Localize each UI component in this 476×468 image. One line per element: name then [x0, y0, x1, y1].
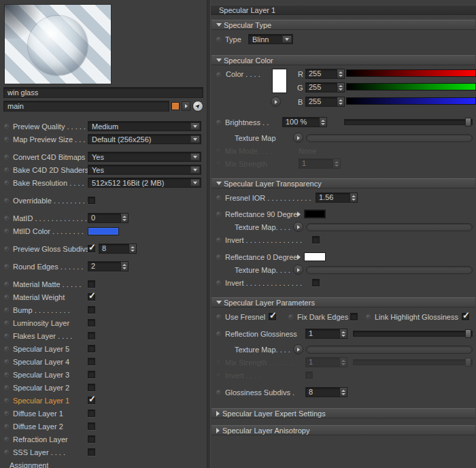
specular-color-swatch[interactable] — [272, 69, 287, 93]
spinner-arrows[interactable] — [339, 329, 347, 338]
nav-picker-button[interactable]: ➤ — [192, 101, 203, 112]
keyframe-dot-icon[interactable] — [4, 372, 9, 377]
spinner-arrows[interactable] — [337, 83, 344, 92]
preview-gloss-subdivs-checkbox[interactable] — [88, 245, 95, 252]
layer-checkbox[interactable] — [88, 319, 95, 327]
layer-row-specular-5[interactable]: Specular Layer 5 — [0, 342, 207, 355]
layer-row-specular-2[interactable]: Specular Layer 2 — [0, 381, 207, 394]
overridable-checkbox[interactable] — [88, 197, 95, 204]
fix-dark-edges-checkbox[interactable] — [350, 313, 358, 320]
red-gradient-slider[interactable] — [346, 69, 476, 77]
bake-resolution-dropdown[interactable]: 512x512 16Bit (2 MB) — [88, 178, 201, 188]
layer-checkbox[interactable] — [88, 332, 95, 339]
layer-checkbox[interactable] — [88, 345, 95, 352]
spinner-arrows[interactable] — [350, 193, 357, 202]
blue-gradient-slider[interactable] — [346, 97, 476, 105]
layer-checkbox[interactable] — [88, 435, 95, 443]
spinner-down-icon[interactable] — [341, 335, 345, 337]
keyframe-dot-icon[interactable] — [216, 120, 221, 124]
texture-map-field[interactable] — [306, 346, 473, 354]
layer-checkbox[interactable] — [88, 384, 95, 391]
layer-row-specular-1[interactable]: Specular Layer 1 — [0, 394, 207, 407]
keyframe-dot-icon[interactable] — [288, 314, 293, 319]
brightness-spinner[interactable]: 100 % — [282, 117, 327, 127]
slider-handle[interactable] — [465, 329, 471, 338]
spinner-arrows[interactable] — [337, 69, 344, 78]
layer-checkbox[interactable] — [88, 371, 95, 378]
preview-gloss-subdivs-spinner[interactable]: 8 — [99, 244, 137, 254]
layer-row-specular-4[interactable]: Specular Layer 4 — [0, 355, 207, 368]
layer-row-material-matte[interactable]: Material Matte . . . . . — [0, 278, 207, 290]
layer-row-flakes[interactable]: Flakes Layer . . . . — [0, 329, 207, 342]
spinner-up-icon[interactable] — [122, 216, 126, 218]
keyframe-dot-icon[interactable] — [216, 212, 221, 216]
keyframe-dot-icon[interactable] — [4, 307, 9, 312]
expand-triangle-icon[interactable] — [297, 254, 301, 260]
keyframe-dot-icon[interactable] — [216, 280, 221, 285]
layer-row-diffuse-1[interactable]: Diffuse Layer 1 — [0, 407, 207, 420]
spinner-up-icon[interactable] — [341, 390, 345, 392]
keyframe-dot-icon[interactable] — [4, 198, 9, 203]
spinner-arrows[interactable] — [337, 97, 344, 106]
layer-row-sss[interactable]: SSS Layer . . . . — [0, 446, 207, 458]
reflectance-0-swatch[interactable] — [304, 252, 326, 261]
green-gradient-slider[interactable] — [346, 83, 476, 90]
blue-channel-spinner[interactable]: 255 — [305, 97, 345, 107]
mtlid-color-swatch[interactable] — [88, 227, 119, 235]
keyframe-dot-icon[interactable] — [216, 37, 221, 41]
layer-checkbox[interactable] — [88, 358, 95, 365]
spinner-down-icon[interactable] — [339, 103, 343, 105]
preview-quality-dropdown[interactable]: Medium — [88, 121, 201, 131]
fresnel-ior-spinner[interactable]: 1.56 — [316, 193, 358, 203]
layer-row-specular-3[interactable]: Specular Layer 3 — [0, 368, 207, 381]
keyframe-dot-icon[interactable] — [216, 254, 221, 259]
spinner-down-icon[interactable] — [321, 123, 325, 125]
keyframe-dot-icon[interactable] — [4, 385, 9, 390]
reflectance-90-swatch[interactable] — [304, 210, 326, 218]
material-preview[interactable] — [4, 4, 112, 84]
layer-checkbox[interactable] — [88, 422, 95, 430]
channel-name-input[interactable] — [3, 101, 169, 112]
layer-row-bump[interactable]: Bump . . . . . . . . . — [0, 303, 207, 316]
keyframe-dot-icon[interactable] — [4, 346, 9, 351]
spinner-arrows[interactable] — [339, 388, 347, 397]
round-edges-spinner[interactable]: 2 — [88, 261, 129, 271]
invert-checkbox[interactable] — [312, 279, 320, 286]
spinner-down-icon[interactable] — [122, 219, 126, 221]
section-header-specular-type[interactable]: Specular Type — [211, 20, 475, 30]
texture-map-field[interactable] — [306, 223, 473, 231]
texture-browse-button[interactable] — [293, 265, 303, 275]
keyframe-dot-icon[interactable] — [4, 124, 9, 129]
keyframe-dot-icon[interactable] — [4, 154, 9, 159]
keyframe-dot-icon[interactable] — [4, 137, 9, 141]
link-highlight-checkbox[interactable] — [462, 313, 469, 320]
keyframe-dot-icon[interactable] — [4, 359, 9, 364]
keyframe-dot-icon[interactable] — [4, 246, 9, 251]
bake-shaders-dropdown[interactable]: Yes — [88, 165, 201, 175]
spinner-up-icon[interactable] — [339, 85, 343, 87]
layer-row-luminosity[interactable]: Luminosity Layer — [0, 316, 207, 329]
convert-bitmaps-dropdown[interactable]: Yes — [88, 152, 201, 162]
section-header-anisotropy[interactable]: Specular Layer Anisotropy — [211, 425, 475, 435]
brightness-slider[interactable] — [344, 119, 473, 125]
spinner-down-icon[interactable] — [339, 75, 343, 77]
keyframe-dot-icon[interactable] — [4, 264, 9, 269]
layer-checkbox[interactable] — [88, 448, 95, 456]
keyframe-dot-icon[interactable] — [4, 180, 9, 185]
keyframe-dot-icon[interactable] — [4, 282, 9, 286]
section-header-parameters[interactable]: Specular Layer Parameters — [211, 297, 475, 307]
color-expand-button[interactable] — [271, 97, 281, 107]
spinner-up-icon[interactable] — [341, 331, 345, 333]
keyframe-dot-icon[interactable] — [4, 437, 9, 441]
texture-browse-button[interactable] — [293, 344, 303, 354]
keyframe-dot-icon[interactable] — [4, 333, 9, 338]
material-name-input[interactable] — [3, 87, 203, 98]
spinner-up-icon[interactable] — [131, 246, 135, 248]
keyframe-dot-icon[interactable] — [216, 195, 221, 200]
keyframe-dot-icon[interactable] — [4, 216, 9, 220]
layer-checkbox[interactable] — [88, 280, 95, 288]
spinner-down-icon[interactable] — [122, 267, 126, 269]
matid-spinner[interactable]: 0 — [88, 213, 129, 223]
layer-checkbox[interactable] — [88, 293, 95, 301]
expand-triangle-icon[interactable] — [297, 212, 301, 217]
